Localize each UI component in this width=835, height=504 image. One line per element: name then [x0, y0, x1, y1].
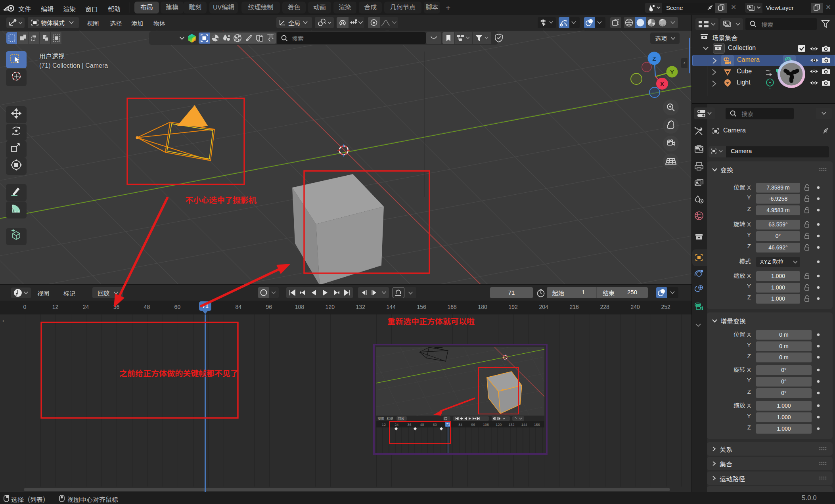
svg-text:视图: 视图: [377, 416, 384, 421]
svg-text:84: 84: [458, 423, 462, 427]
svg-text:144: 144: [521, 423, 527, 427]
svg-text:回放: 回放: [398, 416, 405, 421]
svg-text:Z: Z: [652, 55, 656, 62]
svg-text:108: 108: [483, 423, 489, 427]
svg-text:132: 132: [508, 423, 514, 427]
svg-text:标记: 标记: [387, 416, 393, 421]
svg-text:Y: Y: [670, 69, 674, 75]
svg-text:156: 156: [534, 423, 540, 427]
svg-text:120: 120: [496, 423, 502, 427]
svg-text:48: 48: [420, 423, 424, 427]
svg-text:12: 12: [382, 423, 386, 427]
svg-text:96: 96: [471, 423, 475, 427]
svg-text:24: 24: [395, 423, 398, 427]
svg-text:X: X: [660, 80, 664, 87]
svg-text:60: 60: [433, 423, 437, 427]
svg-text:36: 36: [407, 423, 411, 427]
svg-text:71: 71: [446, 422, 450, 426]
